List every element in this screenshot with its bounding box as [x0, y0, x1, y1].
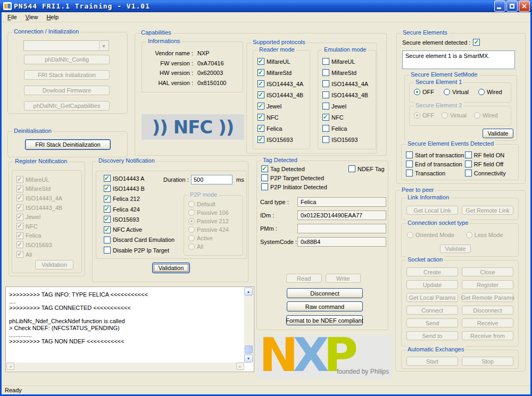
group-title: Emulation mode [322, 46, 368, 53]
radio-virtual[interactable] [444, 89, 450, 95]
maximize-icon [510, 4, 514, 9]
checkbox-ndef-tag[interactable] [348, 165, 355, 172]
fri-stack-initialization-button: FRI Stack Initialization [24, 70, 110, 80]
checkbox-transaction[interactable] [406, 170, 413, 176]
checkbox-jewel[interactable] [257, 103, 264, 109]
option-label: Default [197, 201, 215, 207]
checkbox-iso14443-4a[interactable] [257, 80, 264, 87]
group-title: Deinitialisation [12, 128, 53, 134]
checkbox-mifarestd[interactable] [322, 69, 329, 76]
menu-view[interactable]: View [21, 13, 43, 21]
checkbox-felica[interactable] [322, 125, 329, 132]
option-label: Connectivity [474, 170, 506, 176]
radio-wired[interactable] [478, 89, 485, 95]
option-label: Jewel [26, 214, 40, 220]
close-button: Close [462, 267, 513, 276]
raw-command-button[interactable]: Raw command [287, 301, 363, 311]
checkbox-row: ISO14443_4A [322, 78, 368, 89]
group-title: Secure Element SetMode [409, 71, 479, 78]
informations-rows: Vendor name :NXP FW version :0xA70416 HW… [145, 48, 240, 88]
checkbox-iso15693[interactable] [322, 136, 329, 143]
checkbox-iso15693[interactable] [257, 136, 264, 143]
secure-detected-label: Secure element detected : [402, 39, 470, 46]
secure-element-2-group: Secure Element 2 OFFVirtualWired [409, 106, 511, 126]
socket-action-group: Socket action CreateCloseUpdateRegisterG… [401, 260, 519, 347]
checkbox-mifarestd [16, 186, 23, 192]
checkbox-rf-field-off[interactable] [465, 161, 472, 167]
checkbox-row: NFC Active [104, 224, 174, 234]
scroll-right-button[interactable]: ► [236, 363, 244, 370]
fri-stack-deinitialization-button[interactable]: FRI Stack Deinitialization [25, 139, 111, 150]
checkbox-jewel [16, 214, 23, 221]
discovery-validation-button[interactable]: Validation [152, 263, 190, 273]
checkbox-iso15693[interactable] [104, 216, 111, 223]
checkbox-mifarestd[interactable] [257, 69, 264, 76]
checkbox-row: Discard Card Emulation [104, 235, 174, 245]
validate-button[interactable]: Validate [483, 129, 513, 138]
checkbox-iso14443-4b[interactable] [322, 91, 329, 98]
menu-file[interactable]: File [3, 13, 21, 21]
automatic-exchanges-group: Automatic Exchanges StartStop [401, 350, 519, 369]
option-label: Active [197, 235, 213, 241]
checkbox-jewel[interactable] [322, 103, 329, 109]
close-button[interactable]: ✕ [519, 1, 530, 12]
checkbox-start-of-transaction[interactable] [406, 151, 413, 158]
checkbox-row: Start of transaction [406, 151, 465, 158]
checkbox-nfc[interactable] [322, 114, 329, 121]
checkbox-felica[interactable] [257, 125, 264, 132]
option-label: P2P Target Detected [270, 175, 324, 181]
checkbox-row: RF field Off [465, 161, 516, 167]
minimize-button[interactable] [494, 1, 505, 12]
scroll-up-button[interactable]: ▲ [244, 288, 253, 296]
checkbox-rf-field-on[interactable] [465, 151, 472, 158]
socket-type-options: Oriented ModeLess Mode [407, 232, 503, 238]
duration-input[interactable]: 500 [191, 175, 232, 184]
checkbox-iso14443-4b[interactable] [257, 91, 264, 98]
log-output[interactable]: >>>>>>>>> TAG INFO: TYPE FELICA <<<<<<<<… [5, 287, 254, 372]
checkbox-p2p-target-detected[interactable] [261, 174, 268, 181]
format-ndef-button[interactable]: Format to be NDEF compliant [286, 315, 363, 325]
checkbox-tag-detected[interactable] [261, 165, 268, 172]
checkbox-discard-card-emulation[interactable] [104, 237, 111, 243]
read-write-buttons: ReadWrite [286, 274, 361, 283]
option-label: All [197, 243, 203, 250]
checkbox-felica-424[interactable] [104, 206, 111, 213]
checkbox-connectivity[interactable] [465, 170, 472, 176]
maximize-button[interactable] [506, 1, 518, 12]
secure-element-info-box: Secure element 1 is a SmartMX. [402, 50, 515, 69]
informations-group: Informations Vendor name :NXP FW version… [142, 41, 243, 92]
secure-element-1-group: Secure Element 1 OFFVirtualWired [409, 82, 511, 103]
menu-help[interactable]: Help [42, 13, 63, 21]
checkbox-row: Felica 424 [104, 204, 174, 214]
checkbox-iso14443-a[interactable] [104, 175, 111, 182]
checkbox-iso14443-b[interactable] [104, 185, 111, 192]
option-label: ISO14443_4A [26, 195, 62, 201]
checkbox-p2p-initiator-detected[interactable] [261, 183, 268, 190]
scrollbar-thumb[interactable] [245, 346, 253, 353]
checkbox-nfc[interactable] [257, 114, 264, 121]
checkbox-felica-212[interactable] [104, 196, 111, 203]
option-label: Felica [267, 125, 282, 132]
close-icon: ✕ [521, 3, 527, 10]
checkbox-mifareul[interactable] [257, 58, 264, 65]
vertical-scrollbar[interactable]: ▲ ▼ [244, 288, 253, 363]
checkbox-disable-p2p-ip-target[interactable] [104, 247, 111, 254]
nfc-logo: )) NFC )) [142, 114, 244, 140]
checkbox-end-of-transaction[interactable] [406, 161, 413, 167]
checkbox-nfc-active[interactable] [104, 226, 111, 233]
scroll-left-button[interactable]: ◄ [6, 363, 14, 370]
arrow-down-icon: ▼ [247, 357, 251, 360]
checkbox-secure-element-detected[interactable] [473, 39, 480, 46]
secure-events-list: Start of transactionEnd of transactionTr… [406, 150, 516, 178]
option-label: ISO14443_4A [331, 81, 368, 87]
info-row: Vendor name :NXP [145, 48, 240, 58]
option-label: Passive 424 [197, 226, 229, 233]
checkbox-mifareul[interactable] [322, 58, 329, 65]
disconnect-button[interactable]: Disconnect [287, 288, 363, 298]
horizontal-scrollbar[interactable]: ◄ ► [6, 363, 244, 371]
deinitialisation-group: Deinitialisation FRI Stack Deinitializat… [7, 131, 128, 157]
radio-off[interactable] [414, 89, 420, 95]
scroll-down-button[interactable]: ▼ [244, 355, 253, 363]
checkbox-iso14443-4a[interactable] [322, 80, 329, 87]
option-label: Transaction [415, 170, 445, 176]
